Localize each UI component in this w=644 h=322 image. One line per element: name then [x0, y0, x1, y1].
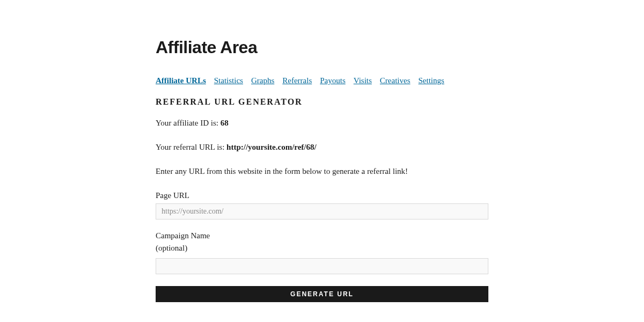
generate-url-button[interactable]: GENERATE URL: [156, 286, 488, 302]
tab-referrals[interactable]: Referrals: [282, 76, 312, 85]
section-heading: REFERRAL URL GENERATOR: [156, 97, 488, 107]
page-url-input[interactable]: [156, 203, 488, 219]
affiliate-id-label: Your affiliate ID is:: [156, 119, 221, 127]
tab-graphs[interactable]: Graphs: [251, 76, 274, 85]
page-url-label: Page URL: [156, 191, 488, 200]
campaign-name-input[interactable]: [156, 258, 488, 274]
tab-settings[interactable]: Settings: [419, 76, 444, 85]
referral-url-value: http://yoursite.com/ref/68/: [226, 143, 317, 151]
campaign-name-sublabel: (optional): [156, 244, 488, 253]
tab-payouts[interactable]: Payouts: [320, 76, 346, 85]
tabs-nav: Affiliate URLs Statistics Graphs Referra…: [156, 76, 488, 85]
campaign-name-label: Campaign Name: [156, 231, 488, 240]
tab-visits[interactable]: Visits: [354, 76, 372, 85]
referral-url-line: Your referral URL is: http://yoursite.co…: [156, 143, 488, 152]
affiliate-id-value: 68: [221, 119, 229, 127]
tab-statistics[interactable]: Statistics: [214, 76, 243, 85]
affiliate-id-line: Your affiliate ID is: 68: [156, 119, 488, 128]
referral-url-label: Your referral URL is:: [156, 143, 226, 151]
tab-affiliate-urls[interactable]: Affiliate URLs: [156, 76, 206, 85]
tab-creatives[interactable]: Creatives: [380, 76, 411, 85]
page-title: Affiliate Area: [156, 38, 488, 57]
instructions-text: Enter any URL from this website in the f…: [156, 167, 488, 176]
